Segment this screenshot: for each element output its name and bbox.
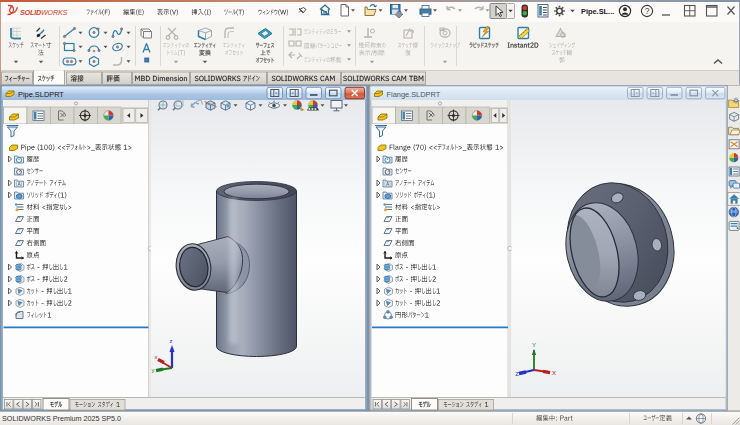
svg-text:SOLIDWORKS Premium 2025 SP5.0: SOLIDWORKS Premium 2025 SP5.0 [2,414,121,423]
svg-text:Y: Y [532,342,536,348]
svg-text:?: ? [645,6,650,16]
svg-text:Z: Z [515,371,519,377]
svg-text:SOLID: SOLID [20,8,41,17]
svg-text:Pipe.SLDPRT: Pipe.SLDPRT [18,90,64,99]
svg-text:z: z [170,338,173,344]
svg-text:Flange.SLDPRT: Flange.SLDPRT [387,90,441,99]
svg-text:WORKS: WORKS [41,8,68,17]
svg-text:X: X [552,370,556,376]
svg-text:Pipe.SL...: Pipe.SL... [581,7,614,16]
svg-text:A: A [386,181,390,187]
svg-text:y: y [152,367,155,373]
svg-text:x: x [155,354,158,360]
svg-text:A: A [17,181,21,187]
